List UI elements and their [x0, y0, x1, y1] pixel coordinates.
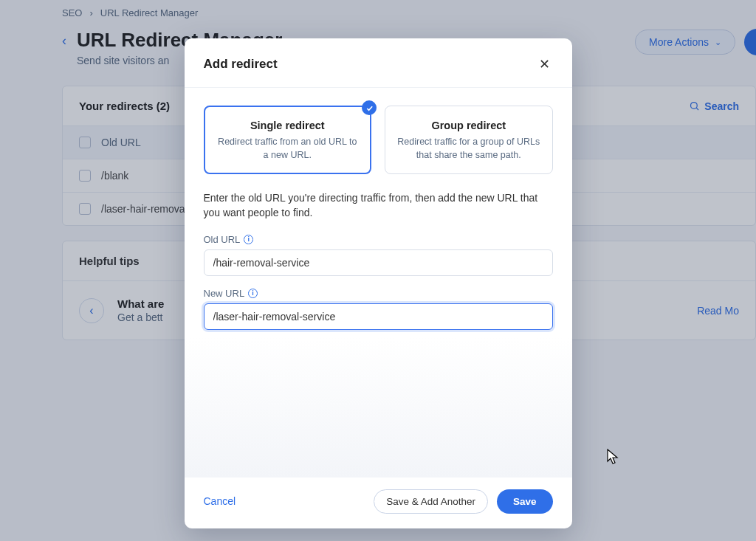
save-button[interactable]: Save — [497, 489, 553, 514]
option-title: Single redirect — [215, 120, 361, 131]
option-desc: Redirect traffic from an old URL to a ne… — [215, 136, 361, 162]
check-icon — [362, 100, 377, 115]
option-group-redirect[interactable]: Group redirect Redirect traffic for a gr… — [385, 106, 553, 174]
modal-title: Add redirect — [204, 57, 278, 72]
cancel-button[interactable]: Cancel — [204, 495, 236, 507]
modal-instruction: Enter the old URL you're directing traff… — [204, 190, 553, 221]
info-icon[interactable]: i — [248, 289, 258, 298]
modal-backdrop[interactable]: Add redirect ✕ Single redirect Redirect … — [0, 0, 756, 541]
new-url-label-text: New URL — [204, 288, 245, 299]
option-single-redirect[interactable]: Single redirect Redirect traffic from an… — [204, 106, 372, 174]
old-url-input[interactable] — [204, 249, 553, 276]
new-url-label: New URL i — [204, 288, 553, 299]
info-icon[interactable]: i — [244, 235, 253, 244]
option-desc: Redirect traffic for a group of URLs tha… — [396, 136, 542, 162]
old-url-label: Old URL i — [204, 234, 553, 245]
save-add-another-button[interactable]: Save & Add Another — [374, 489, 488, 514]
close-icon[interactable]: ✕ — [536, 53, 553, 75]
add-redirect-modal: Add redirect ✕ Single redirect Redirect … — [185, 38, 572, 528]
old-url-label-text: Old URL — [204, 234, 241, 245]
modal-spacer — [185, 337, 572, 478]
redirect-type-options: Single redirect Redirect traffic from an… — [204, 106, 553, 174]
new-url-input[interactable] — [204, 303, 553, 330]
option-title: Group redirect — [396, 120, 542, 131]
